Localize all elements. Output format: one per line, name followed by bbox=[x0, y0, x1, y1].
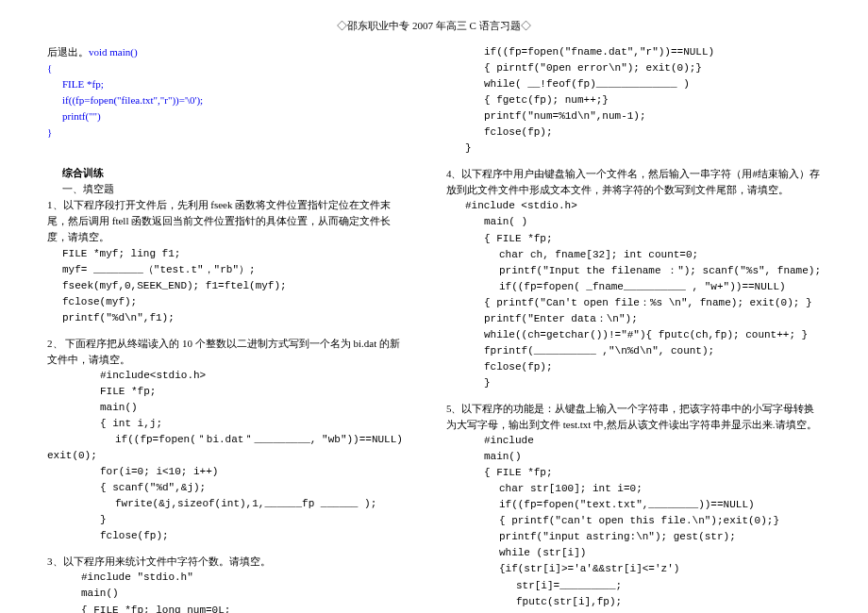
question-4-text: 4、以下程序中用户由键盘输入一个文件名，然后输入一串字符（用#结束输入）存放到此… bbox=[431, 166, 821, 198]
code-line: main( ) bbox=[431, 214, 821, 230]
question-1-text: 1、以下程序段打开文件后，先利用 fseek 函数将文件位置指针定位在文件末尾，… bbox=[47, 197, 403, 245]
code-line: { fgetc(fp); num++;} bbox=[431, 92, 821, 108]
code-line: FILE *fp; bbox=[47, 76, 403, 92]
question-3-text: 3、以下程序用来统计文件中字符个数。请填空。 bbox=[47, 554, 403, 570]
code-line: myf= ________（"test.t"，"rb"）; bbox=[47, 262, 403, 278]
code-line: #include<stdio.h> bbox=[47, 368, 403, 384]
code-line: fprintf(__________ ,"\n%d\n", count); bbox=[431, 343, 821, 359]
code-line: fseek(myf,0,SEEK_END); f1=ftel(myf); bbox=[47, 278, 403, 294]
code-line: 后退出。后退出。void main()void main() bbox=[47, 44, 403, 60]
code-line: { printf("can't open this file.\n");exit… bbox=[431, 513, 821, 529]
code-line: fclose(fp); bbox=[431, 359, 821, 375]
code-block-1: 后退出。后退出。void main()void main() { FILE *f… bbox=[47, 44, 403, 141]
code-line: {if(str[i]>='a'&&str[i]<='z') bbox=[431, 561, 821, 577]
code-line: str[i]=_________; bbox=[431, 578, 821, 594]
code-line: for(i=0; i<10; i++) bbox=[47, 464, 403, 480]
code-line: main() bbox=[47, 400, 403, 416]
code-line: } bbox=[47, 124, 403, 141]
code-line: { int i,j; bbox=[47, 416, 403, 432]
code-line: { FILE *fp; bbox=[431, 465, 821, 481]
code-line: FILE *fp; bbox=[47, 384, 403, 400]
code-line: if((fp=fopen(＂bi.dat＂_________, ″wb″))==… bbox=[47, 432, 403, 448]
columns: 后退出。后退出。void main()void main() { FILE *f… bbox=[47, 44, 821, 613]
code-line: fwrite(&j,sizeof(int),1,______fp ______ … bbox=[47, 496, 403, 512]
code-line: { FILE *fp; bbox=[431, 231, 821, 247]
code-line: { bbox=[47, 60, 403, 76]
subsection-title: 一、填空题 bbox=[47, 181, 403, 197]
code-line: if((fp=fopen("fname.dat","r"))==NULL) bbox=[431, 44, 821, 60]
code-line: while((ch=getchar())!=″#″){ fputc(ch,fp)… bbox=[431, 327, 821, 343]
code-line: char str[100]; int i=0; bbox=[431, 481, 821, 497]
code-line: printf("Input the filename ："); scanf("%… bbox=[431, 263, 821, 279]
code-line: } bbox=[431, 375, 821, 391]
page-header: ◇邵东职业中专 2007 年高三 C 语言习题◇ bbox=[47, 19, 821, 33]
question-2-text: 2、 下面程序把从终端读入的 10 个整数以二进制方式写到一个名为 bi.dat… bbox=[47, 336, 403, 368]
code-line: while (str[i]) bbox=[431, 545, 821, 561]
code-line: fclose(myf); bbox=[47, 294, 403, 310]
code-line: #include "stdio.h" bbox=[47, 570, 403, 586]
code-line: FILE *myf; ling f1; bbox=[47, 246, 403, 262]
right-column: if((fp=fopen("fname.dat","r"))==NULL) { … bbox=[431, 44, 821, 613]
left-column: 后退出。后退出。void main()void main() { FILE *f… bbox=[47, 44, 403, 613]
code-line: main() bbox=[431, 449, 821, 465]
code-line: if((fp=fopen("text.txt",________))==NULL… bbox=[431, 497, 821, 513]
code-line: printf("Enter data：\n"); bbox=[431, 311, 821, 327]
code-line: } bbox=[47, 512, 403, 528]
code-line: { scanf(″%d″,&j); bbox=[47, 480, 403, 496]
section-title: 综合训练 bbox=[47, 165, 403, 181]
code-line: { FILE *fp; long num=0L; bbox=[47, 603, 403, 614]
code-line: #include bbox=[431, 433, 821, 449]
code-line: i++; bbox=[431, 610, 821, 613]
code-line: #include <stdio.h> bbox=[431, 198, 821, 214]
code-line: printf("") bbox=[47, 108, 403, 124]
code-line: printf("num=%1d\n",num-1); bbox=[431, 108, 821, 124]
code-line: while( __!feof(fp)_____________ ) bbox=[431, 76, 821, 92]
code-line: char ch, fname[32]; int count=0; bbox=[431, 247, 821, 263]
code-line: fputc(str[i],fp); bbox=[431, 594, 821, 610]
code-line: { pirntf("0pen error\n"); exit(0);} bbox=[431, 60, 821, 76]
code-line: if((fp=fopen("filea.txt","r"))='\0'); bbox=[47, 92, 403, 108]
code-line: { printf("Can't open file：%s \n", fname)… bbox=[431, 295, 821, 311]
code-line: printf("%d\n",f1); bbox=[47, 310, 403, 326]
page: ◇邵东职业中专 2007 年高三 C 语言习题◇ 后退出。后退出。void ma… bbox=[0, 0, 868, 613]
question-5-text: 5、以下程序的功能是：从键盘上输入一个字符串，把该字符串中的小写字母转换为大写字… bbox=[431, 401, 821, 433]
code-line: fclose(fp); bbox=[47, 528, 403, 544]
code-line: } bbox=[431, 141, 821, 157]
code-line: fclose(fp); bbox=[431, 124, 821, 141]
code-line: exit(0); bbox=[47, 448, 403, 464]
code-line: if((fp=fopen( _fname__________ , "w+"))=… bbox=[431, 279, 821, 295]
code-line: printf("input astring:\n"); gest(str); bbox=[431, 529, 821, 545]
code-line: main() bbox=[47, 586, 403, 602]
